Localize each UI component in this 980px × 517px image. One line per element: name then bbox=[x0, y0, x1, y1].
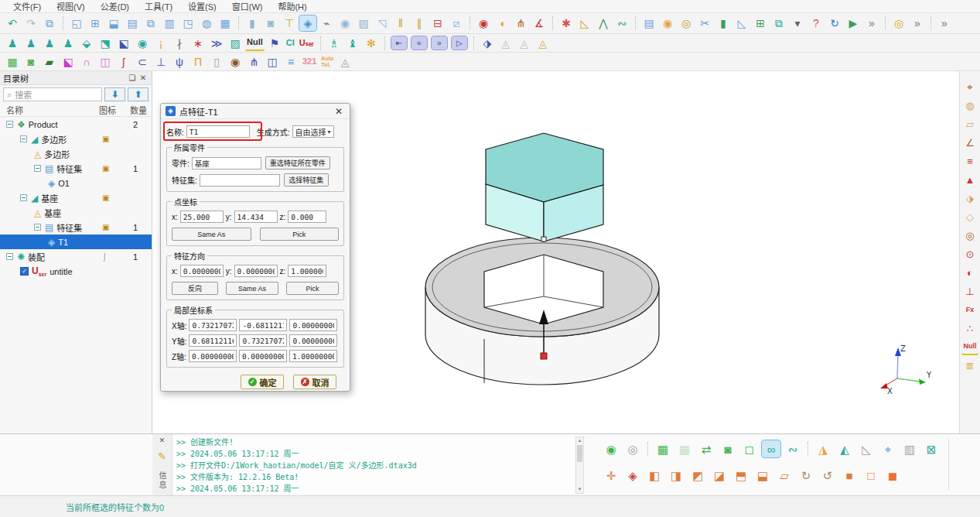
overflow-3-icon[interactable]: » bbox=[936, 15, 953, 31]
surface-fold-icon[interactable]: ⬗ bbox=[961, 190, 978, 207]
tree-item-O1[interactable]: ◈O1 bbox=[0, 176, 152, 190]
equal-lines-icon[interactable]: ≡ bbox=[282, 54, 299, 70]
flag-select-icon[interactable]: ⚑ bbox=[266, 36, 283, 51]
frame-text-icon[interactable]: ⊠ bbox=[922, 440, 941, 457]
eye-badge-icon[interactable]: ◉ bbox=[602, 440, 620, 457]
tree-item-基座[interactable]: ◢基座▣ bbox=[0, 190, 152, 205]
ci-label-icon[interactable]: CI bbox=[285, 36, 296, 51]
ring-base-model[interactable] bbox=[425, 238, 659, 385]
grid-on-icon[interactable]: ▦ bbox=[654, 440, 672, 457]
dialog-close-icon[interactable]: ✕ bbox=[333, 106, 345, 117]
dir-y-input[interactable] bbox=[234, 265, 278, 277]
doc-web-icon[interactable]: ◍ bbox=[198, 15, 215, 31]
plane-stack-icon[interactable]: ⊟ bbox=[429, 15, 446, 31]
circle-half-icon[interactable]: ◐ bbox=[961, 264, 978, 281]
coord-x-input[interactable] bbox=[180, 211, 224, 223]
cube-ghost-icon[interactable]: ▨ bbox=[227, 36, 244, 51]
cube-rotate-icon[interactable]: ↻ bbox=[826, 15, 843, 31]
point-marker[interactable] bbox=[541, 353, 547, 359]
solid-view-icon[interactable]: ◼ bbox=[883, 467, 902, 484]
collapse-toggle[interactable] bbox=[34, 224, 41, 231]
datum-stamp-2-icon[interactable]: ♟ bbox=[22, 36, 39, 51]
plane-arrow-icon[interactable]: ◹ bbox=[374, 15, 391, 31]
dir-pick-button[interactable]: Pick bbox=[286, 282, 339, 295]
layer-stack-icon[interactable]: ≣ bbox=[961, 357, 978, 374]
local-axis-2-2-input[interactable] bbox=[289, 350, 337, 362]
point-probe-icon[interactable]: ⌖ bbox=[961, 78, 978, 95]
name-input[interactable] bbox=[186, 125, 250, 138]
ruler-protractor-icon[interactable]: ◺ bbox=[857, 440, 876, 457]
log-tab-label[interactable]: 信息 bbox=[156, 471, 168, 490]
hex-prism-model[interactable] bbox=[486, 133, 603, 241]
compare-cylinder-icon[interactable]: ▮ bbox=[715, 15, 732, 31]
collapse-toggle[interactable] bbox=[34, 165, 41, 172]
collapse-toggle[interactable] bbox=[6, 253, 13, 260]
prism-rainbow-icon[interactable]: ◬ bbox=[336, 54, 353, 70]
doc-contour-icon[interactable]: ◉ bbox=[659, 15, 676, 31]
panel-blocks-icon[interactable]: ◫ bbox=[97, 54, 114, 70]
refresh-question-icon[interactable]: ? bbox=[808, 15, 825, 31]
fx-formula-icon[interactable]: Fx bbox=[961, 301, 978, 318]
circle-surface-icon[interactable]: ◙ bbox=[22, 54, 39, 70]
plane-cut-icon[interactable]: ⧄ bbox=[448, 15, 465, 31]
cube-add-icon[interactable]: ⊞ bbox=[752, 15, 769, 31]
chart-probe-icon[interactable]: ▥ bbox=[900, 440, 919, 457]
shaded-view-icon[interactable]: ■ bbox=[840, 467, 859, 484]
menu-item-4[interactable]: 设置(S) bbox=[181, 0, 224, 13]
circle-point-icon[interactable]: ⊙ bbox=[961, 245, 978, 262]
coord-y-input[interactable] bbox=[234, 211, 278, 223]
peaks-chart-icon[interactable]: ⋀ bbox=[595, 15, 612, 31]
cylinder-ball-1-icon[interactable]: ♗ bbox=[326, 36, 343, 51]
point-line-icon[interactable]: ∤ bbox=[171, 36, 188, 51]
swap-tiles-icon[interactable]: ⇄ bbox=[697, 440, 715, 457]
menu-item-6[interactable]: 帮助(H) bbox=[271, 0, 313, 13]
tree-item-多边形[interactable]: ◬多边形 bbox=[0, 146, 152, 161]
tree-item-特征集[interactable]: ▤特征集▣1 bbox=[0, 220, 152, 235]
rotate-ccw-icon[interactable]: ↺ bbox=[818, 467, 837, 484]
generation-mode-select[interactable]: 自由选择 ▾ bbox=[292, 125, 334, 138]
cancel-button[interactable]: ✗ 取消 bbox=[293, 375, 336, 389]
move-view-icon[interactable]: ✛ bbox=[602, 467, 620, 484]
vertex-handle[interactable] bbox=[541, 237, 546, 241]
cone-barrel-icon[interactable]: ◉ bbox=[227, 54, 244, 70]
pipe-stand-icon[interactable]: ⊥ bbox=[152, 54, 169, 70]
float-panel-icon[interactable]: ❏ bbox=[127, 74, 138, 82]
cut-scissors-icon[interactable]: ✂ bbox=[696, 15, 713, 31]
crosshair-target-icon[interactable]: ⌖ bbox=[879, 440, 897, 457]
angle-measure-icon[interactable]: ∠ bbox=[961, 134, 978, 151]
lock-open-doc-icon[interactable]: ◻ bbox=[740, 440, 759, 457]
menu-item-1[interactable]: 视图(V) bbox=[50, 0, 92, 13]
hole-feature-icon[interactable]: ◙ bbox=[262, 15, 279, 31]
plane-measure-icon[interactable]: ▱ bbox=[961, 115, 978, 132]
cube-color-icon[interactable]: ⬕ bbox=[115, 36, 132, 51]
cube-points-icon[interactable]: ⬙ bbox=[78, 36, 95, 51]
parallel-planes-icon[interactable]: ≡ bbox=[961, 152, 978, 169]
green-panel-icon[interactable]: ▰ bbox=[41, 54, 58, 70]
cylinder-pair-2-icon[interactable]: ∥ bbox=[411, 15, 428, 31]
plane-pin-icon[interactable]: ◇ bbox=[961, 208, 978, 225]
line-feature-icon[interactable]: ⌁ bbox=[318, 15, 335, 31]
play-run-icon[interactable]: ▶ bbox=[845, 15, 862, 31]
coord-z-input[interactable] bbox=[288, 211, 326, 223]
null-feature-icon[interactable]: Null bbox=[961, 338, 978, 355]
local-axis-1-2-input[interactable] bbox=[289, 334, 337, 347]
forward-icon[interactable]: » bbox=[432, 36, 447, 50]
local-axis-1-1-input[interactable] bbox=[239, 334, 287, 347]
datum-stamp-3-icon[interactable]: ♟ bbox=[41, 36, 58, 51]
doc-word-icon[interactable]: ▦ bbox=[217, 15, 234, 31]
shapes-gray-2-icon[interactable]: ◬ bbox=[516, 36, 533, 51]
gauge-full-icon[interactable]: ◉ bbox=[475, 15, 492, 31]
cone-feature-icon[interactable]: ▲ bbox=[961, 171, 978, 188]
dropdown-caret-icon[interactable]: ▾ bbox=[789, 15, 806, 31]
gauge-semi-icon[interactable]: ◖ bbox=[493, 15, 510, 31]
scroll-thumb[interactable] bbox=[577, 445, 582, 462]
play-screen-icon[interactable]: ▷ bbox=[452, 36, 467, 50]
log-close-icon[interactable]: ✕ bbox=[159, 437, 166, 444]
coord-pick-button[interactable]: Pick bbox=[260, 228, 340, 241]
rotate-cw-icon[interactable]: ↻ bbox=[797, 467, 815, 484]
skip-start-icon[interactable]: ⇤ bbox=[391, 36, 407, 50]
fold-shapes-icon[interactable]: ⬗ bbox=[479, 36, 496, 51]
dir-z-input[interactable] bbox=[288, 265, 326, 277]
local-axis-2-1-input[interactable] bbox=[239, 350, 287, 362]
wireframe-view-icon[interactable]: □ bbox=[862, 467, 880, 484]
